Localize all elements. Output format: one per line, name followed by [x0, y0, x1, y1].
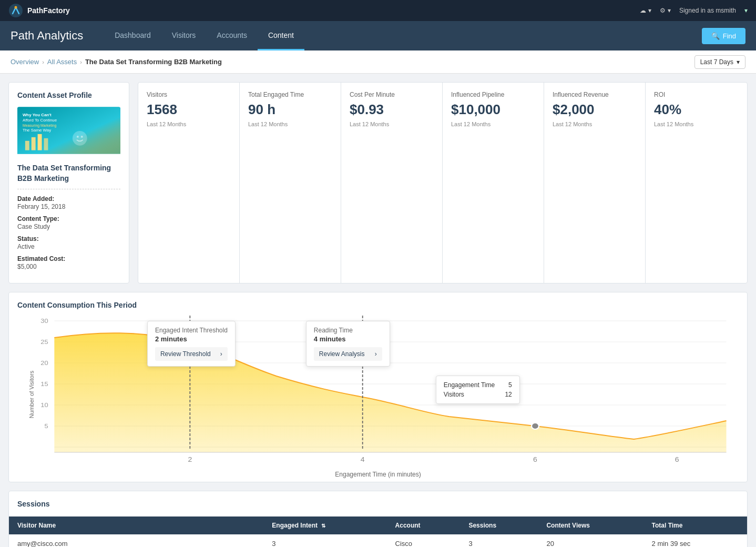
tooltip2-title: Reading Time — [314, 327, 382, 334]
logo-text: PathFactory — [27, 6, 70, 15]
col-content-views: Content Views — [538, 516, 643, 534]
gear-chevron: ▾ — [668, 7, 671, 14]
tab-accounts[interactable]: Accounts — [206, 21, 258, 50]
sessions-body: amy@cisco.com 3 Cisco 3 20 2 min 39 sec … — [9, 534, 747, 547]
svg-text:2: 2 — [188, 456, 192, 463]
breadcrumb-current: The Data Set Transforming B2B Marketing — [85, 58, 222, 66]
breadcrumb: Overview › All Assets › The Data Set Tra… — [11, 58, 222, 66]
metric-roi: ROI 40% Last 12 Months — [646, 83, 747, 283]
find-button[interactable]: 🔍 Find — [702, 28, 745, 44]
tooltip-hover-data: Engagement Time 5 Visitors 12 — [436, 376, 520, 404]
svg-point-30 — [532, 423, 539, 429]
svg-rect-10 — [38, 134, 42, 150]
review-analysis-button[interactable]: Review Analysis › — [314, 347, 382, 361]
tab-dashboard[interactable]: Dashboard — [104, 21, 161, 50]
metric-visitors-sub: Last 12 Months — [147, 121, 231, 127]
metric-engaged-time-label: Total Engaged Time — [248, 91, 332, 98]
metric-cost-sub: Last 12 Months — [350, 121, 434, 127]
gear-button[interactable]: ⚙ ▾ — [660, 7, 671, 14]
tooltip1-title: Engaged Intent Threshold — [155, 327, 228, 334]
svg-text:The Same Way: The Same Way — [23, 128, 51, 133]
breadcrumb-overview[interactable]: Overview — [11, 58, 39, 66]
chart-y-label: Number of Visitors — [28, 371, 35, 418]
svg-rect-8 — [25, 141, 29, 150]
cell-visitor: amy@cisco.com — [9, 534, 263, 547]
sessions-table: Visitor Name Engaged Intent ⇅ Account Se… — [9, 516, 747, 547]
metric-pipeline-label: Influenced Pipeline — [451, 91, 535, 98]
chart-container: 30 25 20 15 10 5 — [17, 316, 739, 473]
col-engaged-intent: Engaged Intent ⇅ — [263, 516, 386, 534]
date-range-selector[interactable]: Last 7 Days ▾ — [694, 55, 745, 69]
tooltip3-visitors-row: Visitors 12 — [444, 391, 512, 398]
tooltip2-value: 4 minutes — [314, 335, 382, 343]
metric-cost-label: Cost Per Minute — [350, 91, 434, 98]
nav-tabs: Dashboard Visitors Accounts Content — [104, 21, 304, 50]
metric-roi-label: ROI — [654, 91, 739, 98]
svg-rect-9 — [32, 137, 36, 150]
svg-text:20: 20 — [40, 360, 48, 367]
svg-point-14 — [81, 136, 83, 138]
metric-visitors-label: Visitors — [147, 91, 231, 98]
breadcrumb-sep-1: › — [42, 59, 44, 65]
metric-roi-sub: Last 12 Months — [654, 121, 739, 127]
table-header-row: Visitor Name Engaged Intent ⇅ Account Se… — [9, 516, 747, 534]
tooltip3-engagement-label: Engagement Time — [444, 381, 495, 389]
cloud-button[interactable]: ☁ ▾ — [640, 7, 651, 14]
metric-influenced-pipeline: Influenced Pipeline $10,000 Last 12 Mont… — [443, 83, 544, 283]
metric-revenue-sub: Last 12 Months — [553, 121, 637, 127]
sessions-section: Sessions Visitor Name Engaged Intent ⇅ A… — [8, 491, 748, 547]
breadcrumb-all-assets[interactable]: All Assets — [47, 58, 77, 66]
chart-section: Content Consumption This Period — [8, 292, 748, 482]
tooltip1-value: 2 minutes — [155, 335, 228, 343]
metric-engaged-time: Total Engaged Time 90 h Last 12 Months — [240, 83, 341, 283]
metric-cost-value: $0.93 — [350, 102, 434, 118]
col-total-time: Total Time — [643, 516, 747, 534]
table-row: amy@cisco.com 3 Cisco 3 20 2 min 39 sec — [9, 534, 747, 547]
svg-point-0 — [9, 4, 23, 17]
col-visitor-name: Visitor Name — [9, 516, 263, 534]
svg-point-1 — [15, 6, 17, 9]
cell-content-views: 20 — [538, 534, 643, 547]
metric-revenue-label: Influenced Revenue — [553, 91, 637, 98]
metric-engaged-time-sub: Last 12 Months — [248, 121, 332, 127]
svg-text:25: 25 — [40, 339, 48, 346]
sidebar: Content Asset Profile Why You Can't Affo — [8, 82, 129, 283]
tooltip3-visitors-label: Visitors — [444, 391, 464, 398]
tab-content[interactable]: Content — [258, 21, 304, 50]
sessions-title: Sessions — [9, 491, 747, 516]
asset-title: The Data Set Transforming B2B Marketing — [17, 163, 120, 184]
svg-text:6: 6 — [675, 456, 679, 463]
search-icon: 🔍 — [711, 32, 720, 40]
tooltip-reading-time: Reading Time 4 minutes Review Analysis › — [306, 321, 390, 367]
metric-engaged-time-value: 90 h — [248, 102, 332, 118]
signed-in-chevron: ▾ — [744, 7, 748, 14]
page-title: Path Analytics — [11, 29, 83, 43]
tooltip3-engagement-row: Engagement Time 5 — [444, 381, 512, 389]
sidebar-title: Content Asset Profile — [17, 91, 120, 99]
svg-rect-11 — [44, 138, 48, 150]
date-range-chevron: ▾ — [737, 58, 740, 66]
topbar-right: ☁ ▾ ⚙ ▾ Signed in as msmith ▾ — [640, 7, 748, 14]
svg-text:15: 15 — [40, 381, 48, 388]
col-account: Account — [387, 516, 461, 534]
svg-text:Measuring Marketing: Measuring Marketing — [23, 124, 57, 128]
asset-estimated-cost: Estimated Cost: $5,000 — [17, 255, 120, 270]
review-threshold-button[interactable]: Review Threshold › — [155, 347, 228, 361]
metric-pipeline-value: $10,000 — [451, 102, 535, 118]
cloud-icon: ☁ — [640, 7, 646, 14]
breadcrumb-sep-2: › — [80, 59, 82, 65]
date-range-label: Last 7 Days — [700, 58, 733, 66]
tab-visitors[interactable]: Visitors — [161, 21, 207, 50]
svg-point-12 — [73, 131, 87, 146]
main-content: Content Asset Profile Why You Can't Affo — [0, 74, 756, 547]
svg-text:5: 5 — [44, 423, 48, 430]
svg-text:10: 10 — [40, 402, 48, 409]
cell-account: Cisco — [387, 534, 461, 547]
tooltip-engaged-intent: Engaged Intent Threshold 2 minutes Revie… — [147, 321, 236, 367]
cloud-chevron: ▾ — [648, 7, 651, 14]
chart-title: Content Consumption This Period — [17, 301, 739, 309]
gear-icon: ⚙ — [660, 7, 666, 14]
sort-icon[interactable]: ⇅ — [321, 523, 325, 529]
metrics-strip: Visitors 1568 Last 12 Months Total Engag… — [138, 82, 748, 283]
header: Path Analytics Dashboard Visitors Accoun… — [0, 21, 756, 50]
